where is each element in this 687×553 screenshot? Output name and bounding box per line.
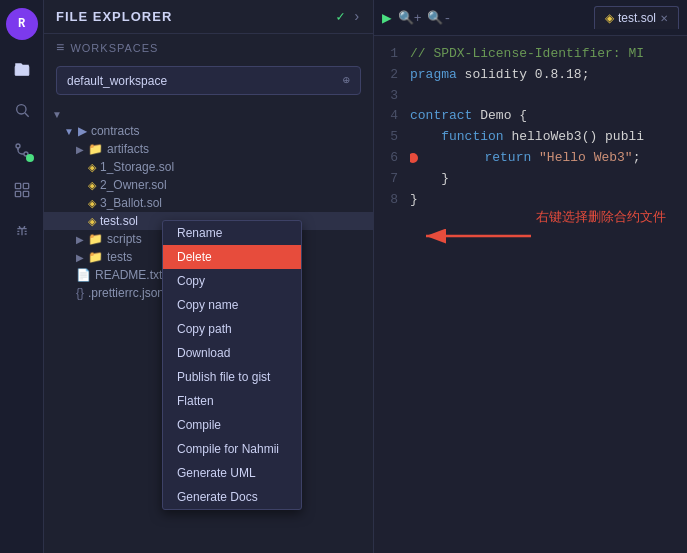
- code-area: 1 2 3 4 5 6 7 8 // SPDX-License-Identifi…: [374, 36, 687, 553]
- context-menu-copy[interactable]: Copy: [163, 269, 301, 293]
- code-token: Demo {: [472, 106, 527, 127]
- context-menu-copy-name[interactable]: Copy name: [163, 293, 301, 317]
- code-token: ;: [633, 148, 641, 169]
- folder-icon-tests: 📁: [88, 250, 103, 264]
- context-menu-compile[interactable]: Compile: [163, 413, 301, 437]
- code-editor: 右键选择删除合约文件 ▶ 🔍+ 🔍- ◈ test.sol ✕ 1 2 3 4 …: [374, 0, 687, 553]
- folder-label-artifacts: artifacts: [107, 142, 149, 156]
- code-token: }: [410, 169, 449, 190]
- git-icon[interactable]: [4, 132, 40, 168]
- tree-folder-artifacts[interactable]: ▶ 📁 artifacts: [44, 140, 373, 158]
- folder-icon-artifacts: 📁: [88, 142, 103, 156]
- files-icon[interactable]: [4, 52, 40, 88]
- svg-point-3: [16, 144, 20, 148]
- triangle-icon: ▼: [52, 109, 62, 120]
- sol-icon-storage: ◈: [88, 161, 96, 174]
- sol-icon-test: ◈: [88, 215, 96, 228]
- logo-icon: R: [6, 8, 38, 40]
- code-content[interactable]: // SPDX-License-Identifier: MI pragma so…: [410, 44, 687, 545]
- folder-label-scripts: scripts: [107, 232, 142, 246]
- file-explorer-panel: FILE EXPLORER ✓ › ≡ WORKSPACES default_w…: [44, 0, 374, 553]
- folder-expand-icon: ▼: [64, 126, 74, 137]
- file-label-test: test.sol: [100, 214, 138, 228]
- workspace-selector[interactable]: default_workspace ⊕: [56, 66, 361, 95]
- tree-file-ballot[interactable]: ◈ 3_Ballot.sol: [44, 194, 373, 212]
- scripts-triangle-icon: ▶: [76, 234, 84, 245]
- tree-folder-contracts[interactable]: ▼ ▶ contracts: [44, 122, 373, 140]
- workspaces-label: WORKSPACES: [70, 42, 158, 54]
- code-token: }: [410, 190, 418, 211]
- file-label-prettierrc: .prettierrc.json: [88, 286, 164, 300]
- folder-label-contracts: contracts: [91, 124, 140, 138]
- sidebar: R: [0, 0, 44, 553]
- svg-rect-8: [23, 191, 28, 196]
- plugin-icon[interactable]: [4, 172, 40, 208]
- context-menu-compile-nahmii[interactable]: Compile for Nahmii: [163, 437, 301, 461]
- code-token: pragma: [410, 65, 457, 86]
- tree-root[interactable]: ▼: [44, 107, 373, 122]
- sol-icon-ballot: ◈: [88, 197, 96, 210]
- code-line-7: }: [410, 169, 687, 190]
- context-menu-flatten[interactable]: Flatten: [163, 389, 301, 413]
- search-icon[interactable]: [4, 92, 40, 128]
- context-menu-copy-path[interactable]: Copy path: [163, 317, 301, 341]
- editor-toolbar: ▶ 🔍+ 🔍-: [382, 8, 451, 28]
- code-line-3: [410, 86, 687, 107]
- workspace-name: default_workspace: [67, 74, 167, 88]
- tab-close-icon[interactable]: ✕: [660, 13, 668, 24]
- code-line-8: }: [410, 190, 687, 211]
- context-menu-generate-docs[interactable]: Generate Docs: [163, 485, 301, 509]
- zoom-out-icon[interactable]: 🔍-: [427, 10, 451, 26]
- code-token: [422, 148, 484, 169]
- editor-tab-test-sol[interactable]: ◈ test.sol ✕: [594, 6, 679, 29]
- sol-icon-owner: ◈: [88, 179, 96, 192]
- confirm-icon[interactable]: ✓: [336, 8, 344, 25]
- file-label-readme: README.txt: [95, 268, 162, 282]
- code-line-1: // SPDX-License-Identifier: MI: [410, 44, 687, 65]
- folder-icon-contracts: ▶: [78, 124, 87, 138]
- file-explorer-title: FILE EXPLORER: [56, 9, 328, 24]
- context-menu-delete[interactable]: Delete: [163, 245, 301, 269]
- code-token: "Hello Web3": [539, 148, 633, 169]
- file-label-owner: 2_Owner.sol: [100, 178, 167, 192]
- code-token: function: [441, 127, 503, 148]
- next-icon[interactable]: ›: [353, 9, 361, 25]
- code-token: // SPDX-License-Identifier: MI: [410, 44, 644, 65]
- context-menu-publish-gist[interactable]: Publish file to gist: [163, 365, 301, 389]
- zoom-in-icon[interactable]: 🔍+: [398, 10, 422, 26]
- context-menu: Rename Delete Copy Copy name Copy path D…: [162, 220, 302, 510]
- tab-label: test.sol: [618, 11, 656, 25]
- context-menu-download[interactable]: Download: [163, 341, 301, 365]
- file-label-storage: 1_Storage.sol: [100, 160, 174, 174]
- tree-file-storage[interactable]: ◈ 1_Storage.sol: [44, 158, 373, 176]
- code-line-5: function helloWeb3() publi: [410, 127, 687, 148]
- code-token: return: [484, 148, 531, 169]
- breakpoint-dot: [410, 153, 418, 163]
- menu-icon: ≡: [56, 40, 64, 56]
- folder-icon-scripts: 📁: [88, 232, 103, 246]
- folder-label-tests: tests: [107, 250, 132, 264]
- svg-rect-7: [15, 191, 20, 196]
- svg-point-4: [24, 152, 28, 156]
- workspace-dropdown-icon: ⊕: [343, 73, 350, 88]
- code-line-6: return "Hello Web3" ;: [410, 148, 687, 169]
- config-icon: {}: [76, 286, 84, 300]
- folder-triangle-icon: ▶: [76, 144, 84, 155]
- tree-file-owner[interactable]: ◈ 2_Owner.sol: [44, 176, 373, 194]
- context-menu-generate-uml[interactable]: Generate UML: [163, 461, 301, 485]
- file-explorer-header: FILE EXPLORER ✓ ›: [44, 0, 373, 34]
- code-token: [531, 148, 539, 169]
- editor-tabs: ▶ 🔍+ 🔍- ◈ test.sol ✕: [374, 0, 687, 36]
- code-token: solidity 0.8.18;: [457, 65, 590, 86]
- code-token: contract: [410, 106, 472, 127]
- workspaces-bar: ≡ WORKSPACES: [44, 34, 373, 62]
- tests-triangle-icon: ▶: [76, 252, 84, 263]
- code-token: helloWeb3() publi: [504, 127, 644, 148]
- context-menu-rename[interactable]: Rename: [163, 221, 301, 245]
- svg-rect-6: [23, 183, 28, 188]
- line-numbers: 1 2 3 4 5 6 7 8: [374, 44, 410, 545]
- tab-sol-icon: ◈: [605, 11, 614, 25]
- code-line-4: contract Demo {: [410, 106, 687, 127]
- debug-icon[interactable]: [4, 212, 40, 248]
- run-button[interactable]: ▶: [382, 8, 392, 28]
